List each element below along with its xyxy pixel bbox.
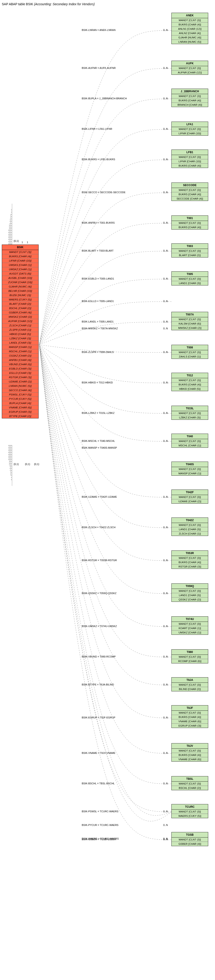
entity-T040: T040MANDT [CLNT (3)]MSCHL [CHAR (1)]: [171, 434, 208, 448]
entity-field: HBKID [CHAR (5)]: [172, 387, 208, 391]
edge-label: BSIK-PYCUR = TCURC-WAERS: [82, 824, 119, 826]
entity-T8JV: T8JVMANDT [CLNT (3)]BUKRS [CHAR (4)]VNAM…: [171, 743, 208, 762]
entity-field: MANDT [CLNT (3)]: [172, 556, 208, 560]
cardinality-label: {0,1}: [25, 463, 30, 465]
edge-label: BSIK-EGRUP = T8JF-EGRUP: [82, 716, 115, 719]
entity-field: LIFNR [CHAR (10)]: [172, 159, 208, 164]
entity-T042Z: T042ZMANDT [CLNT (3)]LAND1 [CHAR (3)]ZLS…: [171, 517, 208, 536]
cardinality-label: 0..N: [163, 320, 168, 323]
entity-SECCODE: SECCODEMANDT [CLNT (3)]BUKRS [CHAR (4)]S…: [171, 183, 208, 201]
entity-T008: T008MANDT [CLNT (3)]ZAHLS [CHAR (1)]: [171, 345, 208, 359]
entity-field: BUKRS [CHAR (4)]: [172, 753, 208, 757]
entity-TCURC: TCURCMANDT [CLNT (3)]WAERS [CUKY (5)]: [171, 804, 208, 818]
entity-field: BUKRS [CHAR (4)]: [2, 254, 38, 259]
entity-field: VNAME [CHAR (6)]: [172, 757, 208, 761]
cardinality-label: 0..N: [163, 559, 168, 562]
entity-field: VNAME [CHAR (6)]: [172, 719, 208, 724]
entity-header: T053R: [172, 551, 208, 556]
entity-header: T040: [172, 434, 208, 439]
entity-field: AUFNR [CHAR (12)]: [2, 319, 38, 323]
entity-header: T8JF: [172, 705, 208, 711]
edge-label: BSIK-UMSKZ = T074U-UMSKZ: [82, 625, 117, 627]
entity-field: BUZEI [NUMC (3)]: [2, 293, 38, 298]
entity-header: T012: [172, 373, 208, 378]
cardinality-label: 0..N: [163, 592, 168, 595]
entity-field: ZLSCH [CHAR (1)]: [172, 531, 208, 536]
entity-T001: T001MANDT [CLNT (3)]BUKRS [CHAR (4)]: [171, 215, 208, 229]
entity-field: LIFNR [CHAR (10)]: [172, 131, 208, 135]
entity-field: ANFBU [CHAR (4)]: [2, 358, 38, 362]
entity-field: UZAWE [CHAR (2)]: [2, 380, 38, 384]
entity-field: MANDT [CLNT (3)]: [172, 683, 208, 687]
entity-field: MANDT [CLNT (3)]: [172, 495, 208, 499]
edge-label: BSIK-BLART = T003-BLART: [82, 249, 114, 252]
entity-field: BLART [CHAR (2)]: [2, 302, 38, 306]
entity-field: QSSKZ [CHAR (2)]: [172, 598, 208, 601]
entity-field: ZLSPR [CHAR (1)]: [2, 328, 38, 332]
entity-T040S: T040SMANDT [CLNT (3)]MANSP [CHAR (1)]: [171, 461, 208, 476]
cardinality-label: 0..N: [163, 29, 168, 31]
entity-ANEK: ANEKMANDT [CLNT (3)]BUKRS [CHAR (4)]ANLN…: [171, 13, 208, 44]
entity-T007A: T007AMANDT [CLNT (3)]KALSM [CHAR (6)]MWS…: [171, 312, 208, 330]
entity-field: LAND1 [CHAR (3)]: [172, 527, 208, 531]
cardinality-label: 0..N: [163, 221, 168, 224]
entity-field: MANDT [CLNT (3)]: [172, 781, 208, 786]
cardinality-label: 0..N: [163, 127, 168, 130]
entity-field: GSBER [CHAR (4)]: [2, 310, 38, 315]
entity-field: BUPLA [CHAR (4)]: [2, 401, 38, 406]
edge-label: BSIK-SECCO = SECCODE-SECCODE: [82, 191, 126, 194]
entity-T880: T880MANDT [CLNT (3)]RCOMP [CHAR (6)]: [171, 649, 208, 663]
entity-field: MANDT [CLNT (3)]: [172, 837, 208, 842]
entity-header: SECCODE: [172, 183, 208, 188]
entity-field: AUFNR [CHAR (12)]: [172, 70, 208, 75]
edge-label: BSIK-ZLSPR = T008-ZAHLS: [82, 351, 114, 353]
cardinality-label: 0..N: [163, 838, 168, 841]
entity-header: T003: [172, 243, 208, 249]
cardinality-label: 0..N: [163, 277, 168, 280]
edge-label: BSIK-LNRAN = ANEK-LNRAN: [82, 29, 115, 31]
entity-field: BUKRS [CHAR (4)]: [172, 99, 208, 103]
entity-field: BRANCH [CHAR (4)]: [172, 103, 208, 107]
entity-field: ZAHLS [CHAR (1)]: [172, 355, 208, 359]
entity-header: T042F: [172, 490, 208, 495]
entity-field: MANDT [CLNT (3)]: [172, 249, 208, 253]
entity-field: SECCO [CHAR (4)]: [2, 388, 38, 393]
entity-field: MANDT [CLNT (3)]: [172, 378, 208, 382]
edge-label: BSIK-MSCHL = T040-MSCHL: [82, 439, 115, 442]
entity-header: TCURC: [172, 804, 208, 810]
diagram-canvas: BSIKMANDT [CLNT (3)]BUKRS [CHAR (4)]LIFN…: [0, 8, 215, 978]
entity-field: GSBER [CHAR (4)]: [172, 842, 208, 846]
entity-header: TBSL: [172, 776, 208, 781]
edge-label: BSIK-RSTGR = T053R-RSTGR: [82, 559, 117, 562]
entity-header: T007A: [172, 312, 208, 317]
edge-label: BSIK-GSBER = TGSB-GSBER: [82, 838, 116, 841]
entity-T053R: T053RMANDT [CLNT (3)]BUKRS [CHAR (4)]RST…: [171, 550, 208, 569]
entity-field: BUKRS [CHAR (4)]: [172, 164, 208, 168]
entity-field: MANDT [CLNT (3)]: [172, 655, 208, 659]
entity-field: GJAHR [NUMC (4)]: [172, 35, 208, 40]
edge-label: BSIK-EGLLD = T005-LAND1: [82, 300, 114, 302]
entity-field: SECCODE [CHAR (4)]: [172, 197, 208, 201]
edge-label: BSIK-EGBLD = T005-LAND1: [82, 277, 114, 280]
entity-field: ZLSCH [CHAR (1)]: [2, 323, 38, 328]
entity-LFA1: LFA1MANDT [CLNT (3)]LIFNR [CHAR (10)]: [171, 122, 208, 136]
entity-field: RSTGR [CHAR (3)]: [2, 375, 38, 380]
entity-field: MSCHL [CHAR (1)]: [172, 444, 208, 447]
cardinality-label: 1: [27, 241, 28, 243]
entity-T003: T003MANDT [CLNT (3)]BLART [CHAR (2)]: [171, 243, 208, 258]
entity-field: EGRUP [CHAR (3)]: [172, 724, 208, 728]
entity-field: BUKRS [CHAR (4)]: [172, 560, 208, 565]
entity-header: T880: [172, 649, 208, 655]
entity-header: BSIK: [2, 245, 38, 250]
entity-field: MANDT [CLNT (3)]: [172, 317, 208, 321]
entity-field: MANDT [CLNT (3)]: [172, 411, 208, 415]
cardinality-label: 0..N: [163, 97, 168, 100]
entity-field: AUGBL [CHAR (10)]: [2, 276, 38, 280]
entity-T005: T005MANDT [CLNT (3)]LAND1 [CHAR (3)]: [171, 271, 208, 285]
entity-field: MANDT [CLNT (3)]: [172, 94, 208, 99]
entity-field: BSCHL [CHAR (2)]: [2, 306, 38, 310]
entity-field: MSCHL [CHAR (1)]: [2, 349, 38, 354]
edge-label: BSIK-ZLSCH = T042Z-ZLSCH: [82, 526, 115, 529]
entity-T8JF: T8JFMANDT [CLNT (3)]BUKRS [CHAR (4)]VNAM…: [171, 705, 208, 728]
cardinality-label: 0..N: [163, 412, 168, 414]
